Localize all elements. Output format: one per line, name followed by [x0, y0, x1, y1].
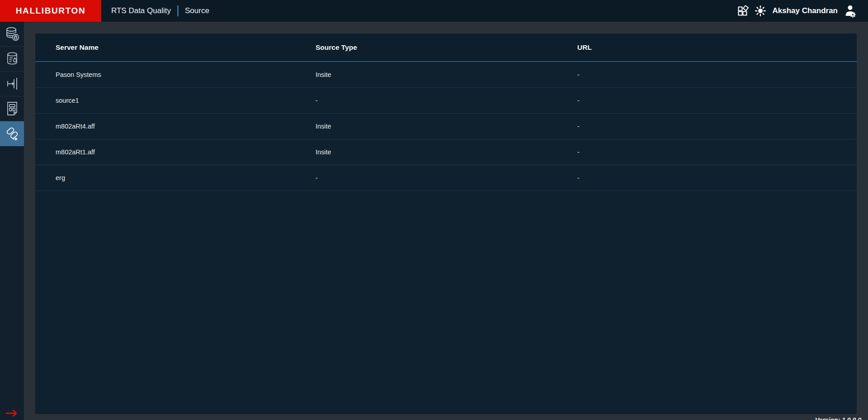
apps-grid-icon[interactable] — [737, 5, 749, 16]
column-header-server-name: Server Name — [35, 43, 295, 52]
cell-server-name: m802aRt4.aff — [35, 123, 295, 130]
breadcrumb: RTS Data Quality Source — [111, 5, 209, 16]
table-row[interactable]: source1 - - — [35, 88, 857, 114]
cell-url: - — [557, 71, 857, 78]
table-row[interactable]: m802aRt1.aff Insite - — [35, 139, 857, 165]
breadcrumb-page-title: Source — [185, 6, 209, 15]
halliburton-logo: HALLIBURTON — [0, 0, 101, 22]
theme-toggle-sun-icon[interactable] — [755, 5, 766, 17]
sidebar-item-data-barrel[interactable] — [0, 47, 24, 72]
cell-server-name: Pason Systems — [35, 71, 295, 78]
source-table-panel: Server Name Source Type URL Pason System… — [35, 33, 857, 414]
breadcrumb-app-title: RTS Data Quality — [111, 6, 171, 15]
cell-url: - — [557, 123, 857, 130]
app-root: { "topbar": { "logo_text": "HALLIBURTON"… — [0, 0, 868, 420]
depth-bars-icon — [5, 77, 19, 91]
sidebar-item-database[interactable] — [0, 22, 24, 47]
sidebar-expand-arrow[interactable] — [5, 409, 19, 417]
version-label: Version: 1.0.0.0 — [815, 416, 861, 420]
topbar-right-group: Akshay Chandran — [737, 4, 868, 18]
cell-source-type: - — [295, 97, 557, 104]
data-barrel-icon — [5, 51, 19, 67]
table-row[interactable]: Pason Systems Insite - — [35, 62, 857, 88]
cell-server-name: erg — [35, 174, 295, 181]
cell-url: - — [557, 97, 857, 104]
database-lock-icon — [5, 26, 20, 42]
cell-url: - — [557, 174, 857, 181]
top-bar: HALLIBURTON RTS Data Quality Source — [0, 0, 868, 22]
source-link-icon — [5, 126, 20, 141]
left-sidebar — [0, 22, 24, 420]
logo-text: HALLIBURTON — [16, 6, 85, 16]
table-row[interactable]: m802aRt4.aff Insite - — [35, 114, 857, 139]
breadcrumb-separator — [177, 5, 179, 16]
cell-source-type: Insite — [295, 148, 557, 156]
cell-source-type: Insite — [295, 71, 557, 78]
cell-server-name: m802aRt1.aff — [35, 148, 295, 156]
user-name: Akshay Chandran — [772, 6, 838, 15]
sidebar-item-depth-bars[interactable] — [0, 72, 24, 96]
cell-source-type: Insite — [295, 123, 557, 130]
cell-url: - — [557, 148, 857, 156]
sidebar-item-source[interactable] — [0, 121, 24, 146]
sidebar-item-report[interactable] — [0, 96, 24, 121]
table-row[interactable]: erg - - — [35, 165, 857, 191]
column-header-url: URL — [557, 43, 857, 52]
report-document-icon — [5, 101, 19, 116]
column-header-source-type: Source Type — [295, 43, 557, 52]
table-header-row: Server Name Source Type URL — [35, 33, 857, 62]
cell-server-name: source1 — [35, 97, 295, 104]
user-settings-icon[interactable] — [844, 4, 857, 18]
cell-source-type: - — [295, 174, 557, 181]
